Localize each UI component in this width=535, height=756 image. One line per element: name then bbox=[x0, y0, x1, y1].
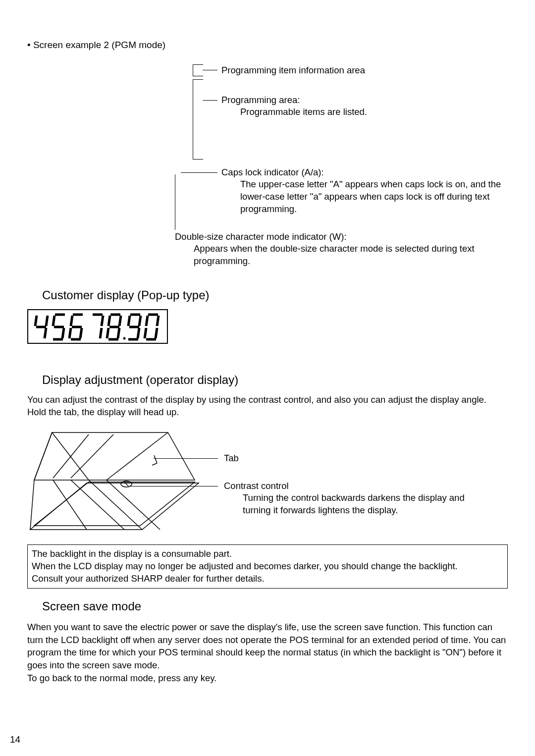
note-line: When the LCD display may no longer be ad… bbox=[32, 560, 503, 573]
svg-line-16 bbox=[102, 316, 103, 326]
double-size-description: Appears when the double-size character m… bbox=[194, 243, 501, 268]
svg-line-7 bbox=[62, 328, 64, 338]
svg-line-28 bbox=[139, 316, 141, 326]
bracket-icon bbox=[193, 64, 203, 76]
display-device-diagram: Tab Contrast control Turning the control… bbox=[27, 429, 508, 538]
seven-segment-icon bbox=[33, 311, 162, 342]
leader-line-icon bbox=[154, 458, 218, 459]
note-line: The backlight in the display is a consum… bbox=[32, 548, 503, 560]
programming-area-sub: Programmable items are listed. bbox=[240, 106, 367, 118]
info-area-label: Programming item information area bbox=[221, 64, 365, 77]
svg-line-46 bbox=[71, 434, 113, 478]
svg-point-25 bbox=[123, 337, 126, 340]
svg-marker-38 bbox=[30, 483, 199, 530]
svg-line-10 bbox=[71, 316, 72, 326]
svg-marker-40 bbox=[52, 432, 195, 480]
leader-line-icon bbox=[203, 70, 217, 70]
display-adjustment-heading: Display adjustment (operator display) bbox=[42, 372, 508, 388]
svg-line-5 bbox=[53, 316, 54, 326]
customer-display-heading: Customer display (Pop-up type) bbox=[42, 287, 508, 303]
leader-line-icon bbox=[129, 486, 218, 486]
svg-line-0 bbox=[35, 316, 37, 326]
svg-line-45 bbox=[107, 432, 168, 480]
svg-line-50 bbox=[154, 455, 157, 463]
screen-save-heading: Screen save mode bbox=[42, 598, 508, 614]
svg-line-34 bbox=[157, 316, 159, 326]
screen-save-body: When you want to save the electric power… bbox=[27, 621, 508, 685]
caps-lock-description: The upper-case letter "A" appears when c… bbox=[240, 178, 523, 216]
display-adjustment-body: You can adjust the contrast of the displ… bbox=[27, 394, 508, 419]
leader-line-icon bbox=[175, 174, 175, 230]
display-device-icon bbox=[27, 429, 201, 533]
svg-line-30 bbox=[138, 328, 139, 338]
bracket-icon bbox=[193, 79, 203, 160]
contrast-control-description: Turning the control backwards darkens th… bbox=[243, 492, 485, 517]
contrast-control-label: Contrast control bbox=[224, 480, 289, 492]
svg-line-33 bbox=[146, 316, 148, 326]
svg-line-13 bbox=[80, 328, 82, 338]
svg-line-19 bbox=[108, 316, 110, 326]
programming-area-label: Programming area: bbox=[221, 94, 300, 107]
backlight-note: The backlight in the display is a consum… bbox=[27, 544, 508, 589]
note-line: Consult your authorized SHARP dealer for… bbox=[32, 573, 503, 585]
svg-line-49 bbox=[124, 482, 128, 486]
page-number: 14 bbox=[10, 733, 20, 746]
svg-line-12 bbox=[69, 328, 71, 338]
pgm-screen-diagram: Programming item information area Progra… bbox=[27, 64, 508, 277]
svg-line-51 bbox=[152, 463, 157, 465]
svg-line-3 bbox=[45, 328, 46, 338]
screen-save-paragraph: When you want to save the electric power… bbox=[27, 622, 506, 671]
svg-line-23 bbox=[118, 328, 119, 338]
example-heading: • Screen example 2 (PGM mode) bbox=[27, 39, 508, 52]
svg-line-43 bbox=[71, 480, 124, 530]
leader-line-icon bbox=[181, 172, 217, 173]
manual-page: • Screen example 2 (PGM mode) Programmin… bbox=[0, 0, 535, 756]
svg-line-22 bbox=[107, 328, 108, 338]
tab-label: Tab bbox=[224, 452, 239, 465]
svg-line-1 bbox=[46, 316, 48, 326]
double-size-label: Double-size character mode indicator (W)… bbox=[175, 231, 347, 243]
svg-line-36 bbox=[156, 328, 157, 338]
svg-line-17 bbox=[100, 328, 102, 338]
svg-line-20 bbox=[119, 316, 121, 326]
svg-line-41 bbox=[89, 480, 142, 530]
svg-line-42 bbox=[107, 480, 160, 530]
leader-line-icon bbox=[203, 100, 217, 101]
screen-save-return: To go back to the normal mode, press any… bbox=[27, 673, 216, 683]
customer-display-box bbox=[27, 309, 168, 344]
caps-lock-label: Caps lock indicator (A/a): bbox=[221, 166, 324, 179]
svg-line-27 bbox=[128, 316, 130, 326]
svg-line-35 bbox=[145, 328, 146, 338]
